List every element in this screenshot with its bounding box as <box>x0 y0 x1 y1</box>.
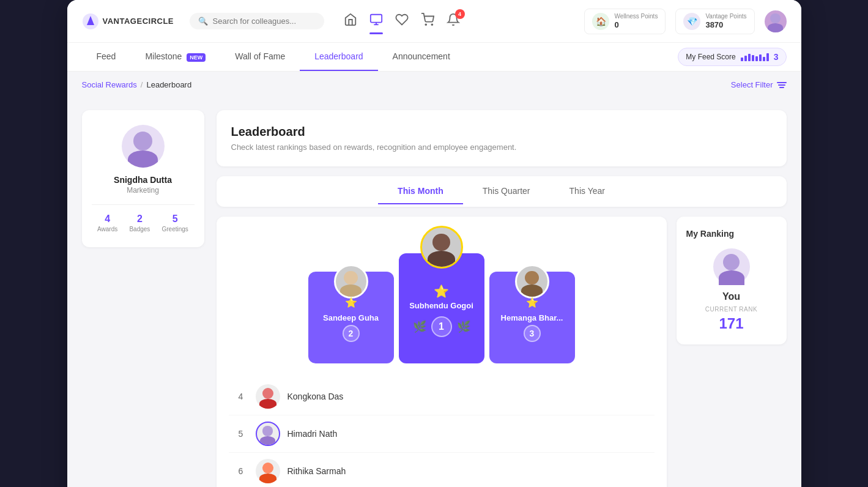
tab-announcement[interactable]: Announcement <box>378 43 465 71</box>
header: VANTAGECIRCLE 🔍 <box>67 0 801 43</box>
period-tabs: This Month This Quarter This Year <box>217 176 787 207</box>
profile-name: Snigdha Dutta <box>92 175 195 185</box>
first-avatar-person <box>422 228 461 267</box>
period-tabs-card: This Month This Quarter This Year <box>217 176 787 207</box>
profile-avatar-body <box>128 151 158 168</box>
monitor-icon[interactable] <box>369 13 383 29</box>
third-avatar-person <box>517 266 547 297</box>
select-filter-button[interactable]: Select Filter <box>731 80 787 89</box>
wellness-value: 0 <box>614 20 658 30</box>
home-icon[interactable] <box>344 13 357 29</box>
profile-avatar-person <box>122 125 165 168</box>
main-content: Snigdha Dutta Marketing 4 Awards 2 Badge… <box>67 98 801 487</box>
filter-line-2 <box>778 84 785 86</box>
wellness-points-card[interactable]: 🏠 Wellness Points 0 <box>584 9 666 34</box>
avatar-head <box>770 13 780 23</box>
podium-first: ⭐ Subhendu Gogoi 🌿 1 🌿 <box>399 253 484 363</box>
vantage-points-card[interactable]: 💎 Vantage Points 3870 <box>675 9 754 34</box>
tab-this-month[interactable]: This Month <box>378 179 463 204</box>
score-bar-1 <box>741 58 743 61</box>
logo[interactable]: VANTAGECIRCLE <box>82 13 180 30</box>
rank-item: 5 Himadri Nath <box>229 415 655 453</box>
tab-feed[interactable]: Feed <box>82 43 131 71</box>
rank6-head <box>262 463 273 474</box>
wellness-points-info: Wellness Points 0 <box>614 13 658 30</box>
feed-score-tab[interactable]: My Feed Score 3 <box>678 48 786 66</box>
filter-icon <box>777 82 787 88</box>
stat-greetings-label: Greetings <box>162 226 188 232</box>
stat-greetings: 5 Greetings <box>162 214 188 232</box>
rank4-person <box>256 384 280 409</box>
second-avatar-person <box>336 266 366 297</box>
podium-star: ⭐ <box>434 284 449 299</box>
tab-leaderboard[interactable]: Leaderboard <box>300 43 377 71</box>
milestone-badge: NEW <box>187 53 206 62</box>
rank5-body <box>260 436 275 445</box>
cart-icon[interactable] <box>421 13 434 29</box>
podium-avatar-first <box>420 226 463 269</box>
rank5-head <box>262 426 272 436</box>
user-avatar-header[interactable] <box>765 10 787 32</box>
podium-name-second: Sandeep Guha <box>323 313 379 322</box>
my-avatar-person <box>713 248 750 285</box>
search-input[interactable] <box>213 17 316 26</box>
logo-icon <box>82 13 99 30</box>
tab-milestone[interactable]: Milestone NEW <box>130 43 220 71</box>
podium-name-third: Hemanga Bhar... <box>501 313 563 322</box>
vantage-icon: 💎 <box>683 13 700 30</box>
podium-name-first: Subhendu Gogoi <box>409 301 473 310</box>
user-avatar-person <box>765 10 787 32</box>
my-ranking-card: My Ranking You CURRENT RANK 171 <box>677 217 787 344</box>
search-box[interactable]: 🔍 <box>190 13 324 29</box>
stat-badges-label: Badges <box>129 226 150 232</box>
tab-wall-of-fame[interactable]: Wall of Fame <box>220 43 300 71</box>
svg-point-6 <box>431 24 432 25</box>
feed-score-label: My Feed Score <box>686 53 735 61</box>
my-ranking-number: 171 <box>686 315 777 332</box>
leaderboard-header-card: Leaderboard Check latest rankings based … <box>217 110 787 166</box>
tab-this-year[interactable]: This Year <box>550 179 625 204</box>
tab-this-quarter[interactable]: This Quarter <box>463 179 550 204</box>
score-bars <box>741 53 769 61</box>
score-bar-8 <box>766 53 769 61</box>
profile-avatar-head <box>133 132 153 151</box>
avatar-body <box>768 23 783 32</box>
breadcrumb-parent[interactable]: Social Rewards <box>82 80 137 89</box>
left-panel: Snigdha Dutta Marketing 4 Awards 2 Badge… <box>82 110 204 487</box>
rank-name-4: Kongkona Das <box>287 392 344 401</box>
score-bar-6 <box>759 54 762 61</box>
filter-line-3 <box>779 87 784 88</box>
breadcrumb: Social Rewards / Leaderboard <box>82 80 192 89</box>
wellness-icon: 🏠 <box>592 13 609 30</box>
my-ranking-panel: My Ranking You CURRENT RANK 171 <box>677 217 787 487</box>
rank-num-6: 6 <box>234 466 248 476</box>
second-body <box>340 284 362 297</box>
breadcrumb-row: Social Rewards / Leaderboard Select Filt… <box>67 72 801 98</box>
first-body <box>428 251 455 267</box>
right-panel: Leaderboard Check latest rankings based … <box>217 110 787 487</box>
rank-item: 4 Kongkona Das <box>229 378 655 415</box>
score-bar-3 <box>748 54 751 61</box>
rank5-person <box>257 423 279 445</box>
rank6-body <box>259 474 276 483</box>
podium-second: ⭐ Sandeep Guha 2 <box>308 272 394 363</box>
rank-num-4: 4 <box>234 392 248 401</box>
bell-icon[interactable]: 4 <box>447 13 460 29</box>
score-bar-7 <box>763 57 765 61</box>
svg-point-5 <box>425 24 426 25</box>
my-ranking-avatar <box>713 248 750 285</box>
stat-awards-value: 4 <box>97 214 117 225</box>
stat-awards: 4 Awards <box>97 214 117 232</box>
rank-item: 6 Rithika Sarmah <box>229 453 655 487</box>
leaderboard-body: ⭐ Sandeep Guha 2 <box>217 217 787 487</box>
podium: ⭐ Sandeep Guha 2 <box>229 229 655 363</box>
heart-icon[interactable] <box>395 13 409 29</box>
profile-stats: 4 Awards 2 Badges 5 Greetings <box>92 204 195 232</box>
filter-line-1 <box>777 82 787 83</box>
rank4-head <box>262 388 273 399</box>
my-ranking-title: My Ranking <box>686 229 777 239</box>
stat-awards-label: Awards <box>97 226 117 232</box>
my-avatar-head <box>723 254 740 270</box>
svg-rect-2 <box>370 15 381 23</box>
my-ranking-label: CURRENT RANK <box>686 306 777 313</box>
